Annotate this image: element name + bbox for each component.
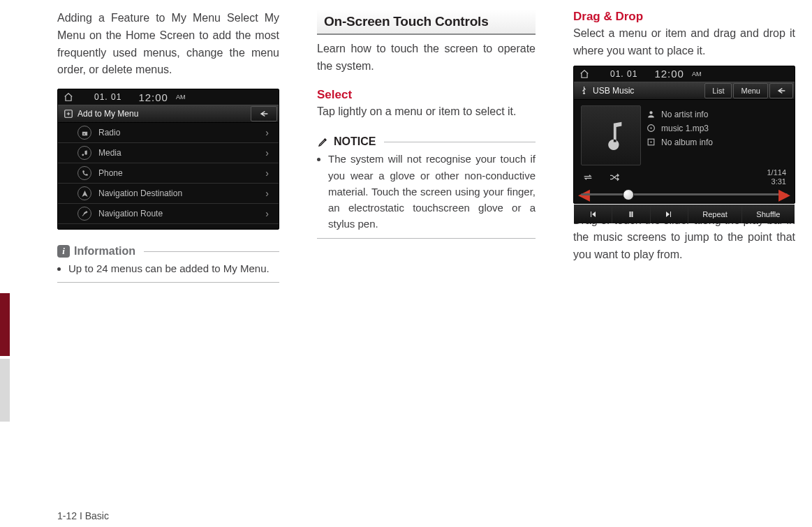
track-text: music 1.mp3 bbox=[661, 124, 709, 133]
destination-icon bbox=[77, 186, 91, 200]
menu-row-nav-destination[interactable]: Navigation Destination› bbox=[58, 184, 279, 204]
svg-point-4 bbox=[650, 142, 651, 143]
menu-row-label: Navigation Destination bbox=[98, 188, 182, 198]
menu-row-phone[interactable]: Phone› bbox=[58, 163, 279, 184]
notice-heading: NOTICE bbox=[317, 135, 536, 148]
slider-thumb[interactable] bbox=[623, 189, 634, 200]
chevron-right-icon: › bbox=[265, 127, 269, 138]
back-button[interactable] bbox=[251, 106, 277, 121]
next-button[interactable] bbox=[651, 205, 689, 223]
select-subheading: Select bbox=[317, 88, 536, 102]
track-icon bbox=[647, 124, 656, 133]
shuffle-icon bbox=[609, 173, 620, 181]
page-footer: 1-12 I Basic bbox=[57, 510, 109, 521]
chevron-right-icon: › bbox=[265, 188, 269, 199]
chevron-right-icon: › bbox=[265, 208, 269, 219]
drag-drop-subheading: Drag & Drop bbox=[573, 10, 795, 24]
pause-button[interactable] bbox=[612, 205, 651, 223]
shuffle-button[interactable]: Shuffle bbox=[742, 205, 795, 223]
statusbar-ampm: AM bbox=[692, 70, 702, 77]
screen-title: USB Music bbox=[593, 86, 634, 96]
drag-drop-body: Select a menu or item and drag and drop … bbox=[573, 25, 795, 60]
phone-icon bbox=[77, 166, 91, 180]
back-icon bbox=[776, 87, 787, 95]
home-icon bbox=[64, 92, 73, 102]
information-heading: i Information bbox=[57, 245, 279, 258]
statusbar-time: 12:00 bbox=[138, 91, 168, 103]
menu-row-label: Media bbox=[98, 148, 121, 158]
album-icon bbox=[647, 138, 656, 147]
statusbar-date: 01. 01 bbox=[94, 92, 121, 102]
information-bullet: Up to 24 menus can be added to My Menu. bbox=[68, 260, 279, 276]
chevron-right-icon: › bbox=[265, 168, 269, 179]
menu-row-label: Navigation Route bbox=[98, 209, 163, 218]
chevron-right-icon: › bbox=[265, 147, 269, 158]
pencil-icon bbox=[317, 135, 330, 148]
repeat-button[interactable]: Repeat bbox=[688, 205, 741, 223]
back-button[interactable] bbox=[769, 83, 793, 98]
album-text: No album info bbox=[661, 138, 713, 147]
artist-text: No artist info bbox=[661, 110, 708, 119]
menu-button[interactable]: Menu bbox=[733, 83, 768, 98]
information-label: Information bbox=[74, 245, 135, 258]
list-button[interactable]: List bbox=[704, 83, 732, 98]
elapsed-time: 3:31 bbox=[767, 177, 786, 186]
usb-icon bbox=[580, 86, 589, 95]
svg-point-2 bbox=[650, 128, 651, 129]
statusbar-ampm: AM bbox=[176, 94, 186, 101]
route-icon bbox=[77, 207, 91, 221]
media-icon bbox=[77, 146, 91, 160]
repeat-icon bbox=[582, 173, 593, 181]
screen-title: Add to My Menu bbox=[77, 109, 138, 119]
progress-slider[interactable]: ◀ ▶ bbox=[581, 186, 788, 203]
menu-row-media[interactable]: Media› bbox=[58, 143, 279, 163]
radio-icon bbox=[77, 126, 91, 140]
notice-label: NOTICE bbox=[334, 135, 376, 148]
section-intro: Learn how to touch the screen to operate… bbox=[317, 40, 536, 75]
page-edge-tabs bbox=[0, 293, 10, 422]
screenshot-usb-music: 01. 01 12:00 AM USB Music List Menu bbox=[573, 66, 795, 204]
statusbar-time: 12:00 bbox=[654, 68, 684, 80]
home-icon bbox=[580, 69, 589, 79]
prev-button[interactable] bbox=[574, 205, 612, 223]
info-icon: i bbox=[57, 245, 70, 258]
menu-row-nav-route[interactable]: Navigation Route› bbox=[58, 204, 279, 224]
add-icon bbox=[64, 109, 73, 119]
col1-intro: Adding a Feature to My Menu Select My Me… bbox=[57, 10, 279, 79]
screenshot-add-to-my-menu: 01. 01 12:00 AM Add to My Menu Radio› Me… bbox=[57, 89, 279, 230]
menu-row-label: Phone bbox=[98, 168, 123, 178]
drag-right-arrow-icon: ▶ bbox=[778, 186, 790, 203]
notice-bullet: The system will not recognise your touch… bbox=[328, 151, 536, 232]
track-count: 1/114 bbox=[767, 168, 786, 177]
back-icon bbox=[258, 110, 270, 118]
menu-row-label: Radio bbox=[98, 128, 120, 138]
statusbar-date: 01. 01 bbox=[610, 69, 637, 79]
album-art bbox=[581, 105, 641, 165]
menu-row-radio[interactable]: Radio› bbox=[58, 123, 279, 143]
select-body: Tap lightly on a menu or item to select … bbox=[317, 103, 536, 121]
artist-icon bbox=[647, 110, 656, 119]
section-heading: On-Screen Touch Controls bbox=[317, 10, 536, 35]
